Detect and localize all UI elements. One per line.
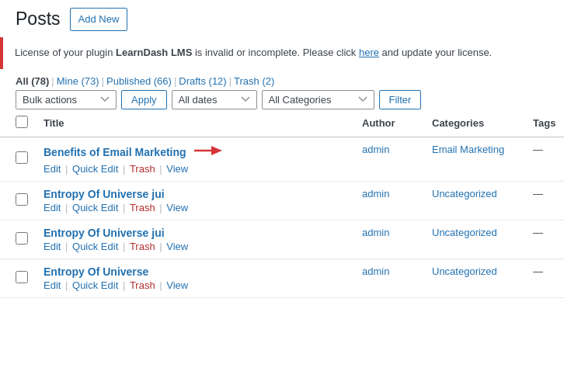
notice-text-after: and update your license. [379,47,492,58]
row-categories-cell: Uncategorized [424,220,525,258]
row-checkbox[interactable] [16,271,28,283]
row-author-cell: admin [354,258,424,297]
row-action-quick-edit[interactable]: Quick Edit [72,202,118,213]
row-actions: Edit | Quick Edit | Trash | View [44,241,346,252]
category-link[interactable]: Uncategorized [432,265,497,277]
row-categories-cell: Email Marketing [424,137,525,181]
row-author-cell: admin [354,181,424,220]
row-title-cell: Entropy Of Universe juiEdit | Quick Edit… [36,220,354,258]
category-link[interactable]: Uncategorized [432,188,497,199]
col-header-categories: Categories [424,109,525,137]
row-action-view[interactable]: View [166,202,188,213]
row-checkbox-cell [0,137,36,181]
license-notice: License of your plugin LearnDash LMS is … [0,37,564,69]
row-tags-cell: — [525,220,564,258]
sub-nav-item-mine[interactable]: Mine (73) [57,75,99,87]
sub-nav-item-trash[interactable]: Trash (2) [234,75,274,87]
category-link[interactable]: Email Marketing [432,144,504,155]
toolbar: Bulk actions Apply All dates All Categor… [0,90,564,109]
table-row: Benefits of Email MarketingEdit | Quick … [0,137,564,181]
row-action-edit[interactable]: Edit [44,202,61,213]
author-link[interactable]: admin [362,265,389,277]
row-checkbox-cell [0,220,36,258]
notice-text-middle: is invalid or incomplete. Please click [192,47,359,58]
row-action-edit[interactable]: Edit [44,241,61,252]
row-tags-cell: — [525,258,564,297]
col-header-cb [0,109,36,137]
apply-button[interactable]: Apply [121,90,167,109]
row-tags-cell: — [525,181,564,220]
row-action-view[interactable]: View [166,163,188,175]
notice-text-before: License of your plugin [15,47,116,58]
row-actions: Edit | Quick Edit | Trash | View [44,279,346,291]
posts-table: Title Author Categories Tags Benefits of… [0,109,564,298]
notice-plugin-name: LearnDash LMS [116,47,192,58]
row-checkbox[interactable] [16,151,28,164]
row-action-trash[interactable]: Trash [130,163,155,175]
row-action-quick-edit[interactable]: Quick Edit [72,241,118,252]
all-categories-select[interactable]: All Categories [262,90,374,109]
arrow-indicator [193,144,222,161]
all-dates-select[interactable]: All dates [172,90,257,109]
row-author-cell: admin [354,220,424,258]
row-actions: Edit | Quick Edit | Trash | View [44,163,346,175]
add-new-button[interactable]: Add New [70,8,128,31]
table-row: Entropy Of UniverseEdit | Quick Edit | T… [0,258,564,297]
row-checkbox[interactable] [16,193,28,206]
row-action-edit[interactable]: Edit [44,279,61,291]
row-tags-cell: — [525,137,564,181]
row-title-cell: Benefits of Email MarketingEdit | Quick … [36,137,354,181]
sub-nav: All (78)|Mine (73)|Published (66)|Drafts… [0,69,564,90]
svg-marker-1 [211,146,222,155]
row-checkbox[interactable] [16,232,28,245]
row-checkbox-cell [0,258,36,297]
row-title-cell: Entropy Of UniverseEdit | Quick Edit | T… [36,258,354,297]
row-categories-cell: Uncategorized [424,258,525,297]
post-title-link[interactable]: Entropy Of Universe jui [44,188,165,200]
row-action-trash[interactable]: Trash [130,279,155,291]
table-row: Entropy Of Universe juiEdit | Quick Edit… [0,220,564,258]
page-title: Posts [16,8,61,31]
bulk-actions-select[interactable]: Bulk actions [16,90,117,109]
page-header: Posts Add New [0,0,564,37]
post-title-link[interactable]: Entropy Of Universe jui [44,227,165,239]
row-action-view[interactable]: View [166,279,188,291]
post-title-link[interactable]: Entropy Of Universe [44,265,148,278]
sub-nav-item-drafts[interactable]: Drafts (12) [179,75,226,87]
table-row: Entropy Of Universe juiEdit | Quick Edit… [0,181,564,220]
post-title-link[interactable]: Benefits of Email Marketing [44,146,186,158]
notice-link[interactable]: here [359,47,379,58]
row-action-trash[interactable]: Trash [130,241,155,252]
row-action-quick-edit[interactable]: Quick Edit [72,279,118,291]
sub-nav-item-published[interactable]: Published (66) [106,75,172,87]
row-checkbox-cell [0,181,36,220]
category-link[interactable]: Uncategorized [432,227,497,238]
row-categories-cell: Uncategorized [424,181,525,220]
author-link[interactable]: admin [362,144,389,155]
row-action-quick-edit[interactable]: Quick Edit [72,163,118,175]
select-all-checkbox[interactable] [16,116,28,128]
col-header-title: Title [36,109,354,137]
row-action-view[interactable]: View [166,241,188,252]
author-link[interactable]: admin [362,188,389,199]
row-title-cell: Entropy Of Universe juiEdit | Quick Edit… [36,181,354,220]
col-header-author: Author [354,109,424,137]
row-action-edit[interactable]: Edit [44,163,61,175]
col-header-tags: Tags [525,109,564,137]
filter-button[interactable]: Filter [379,90,422,109]
row-action-trash[interactable]: Trash [130,202,155,213]
row-actions: Edit | Quick Edit | Trash | View [44,202,346,213]
row-author-cell: admin [354,137,424,181]
sub-nav-item-all: All (78) [16,75,49,87]
author-link[interactable]: admin [362,227,389,238]
